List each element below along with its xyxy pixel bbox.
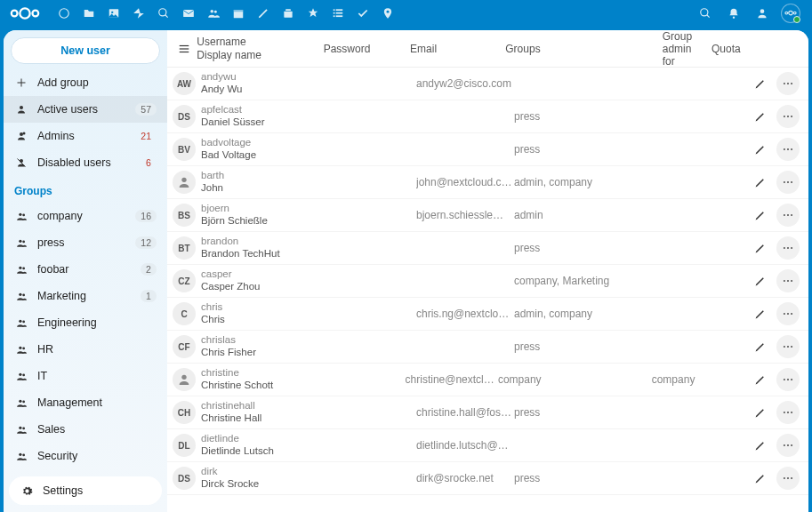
more-button[interactable] xyxy=(776,434,800,457)
sidebar-group-marketing[interactable]: Marketing 1 xyxy=(4,283,167,309)
table-row: BV badvoltageBad Voltage press xyxy=(167,133,808,166)
svg-point-57 xyxy=(784,83,785,84)
sidebar-group-it[interactable]: IT xyxy=(4,363,167,389)
displayname: Björn Schießle xyxy=(201,215,327,228)
sidebar-group-engineering[interactable]: Engineering xyxy=(4,309,167,336)
username: dietlinde xyxy=(201,433,327,445)
edit-button[interactable] xyxy=(748,105,771,128)
search-icon[interactable] xyxy=(693,0,718,27)
displayname: Brandon TechHut xyxy=(201,248,327,260)
displayname: John xyxy=(201,182,327,195)
groups: company, Marketing xyxy=(514,275,639,287)
search-app-icon[interactable] xyxy=(151,0,176,27)
more-button[interactable] xyxy=(776,171,800,194)
add-group-button[interactable]: Add group xyxy=(4,69,167,96)
more-button[interactable] xyxy=(776,302,800,325)
svg-point-53 xyxy=(22,453,25,456)
sidebar-group-press[interactable]: press 12 xyxy=(4,229,167,256)
email: dirk@srocke.net xyxy=(416,472,514,484)
username: barth xyxy=(201,170,327,182)
photos-icon[interactable] xyxy=(101,0,126,27)
sidebar-group-security[interactable]: Security xyxy=(4,443,167,469)
deck-icon[interactable] xyxy=(276,0,301,27)
avatar: DL xyxy=(173,434,196,457)
bookmarks-icon[interactable] xyxy=(301,0,326,27)
more-button[interactable] xyxy=(776,467,800,490)
more-button[interactable] xyxy=(776,335,800,358)
header-displayname: Display name xyxy=(197,49,323,62)
sidebar-item-active-users[interactable]: Active users 57 xyxy=(4,96,167,123)
sidebar-group-management[interactable]: Management xyxy=(4,389,167,416)
more-button[interactable] xyxy=(776,204,800,227)
tasks-list-icon[interactable] xyxy=(326,0,350,27)
notes-icon[interactable] xyxy=(251,0,276,27)
table-row: DS dirkDirck Srocke dirk@srocke.net pres… xyxy=(167,462,808,495)
sidebar-group-company[interactable]: company 16 xyxy=(4,203,167,229)
svg-point-70 xyxy=(784,214,785,216)
edit-button[interactable] xyxy=(748,204,771,227)
user-menu[interactable] xyxy=(778,0,803,27)
notifications-icon[interactable] xyxy=(721,0,746,27)
svg-point-81 xyxy=(791,313,792,315)
edit-button[interactable] xyxy=(748,434,771,457)
dashboard-icon[interactable] xyxy=(52,0,76,27)
activity-icon[interactable] xyxy=(126,0,151,27)
more-button[interactable] xyxy=(776,401,800,424)
files-icon[interactable] xyxy=(76,0,101,27)
more-button[interactable] xyxy=(776,138,800,161)
svg-point-30 xyxy=(20,132,23,136)
groups: admin, company xyxy=(514,308,639,320)
svg-point-39 xyxy=(22,267,25,269)
edit-button[interactable] xyxy=(748,236,771,260)
svg-point-66 xyxy=(181,178,186,182)
svg-point-34 xyxy=(19,212,21,215)
new-user-button[interactable]: New user xyxy=(11,37,160,64)
contacts-icon[interactable] xyxy=(201,0,226,27)
more-button[interactable] xyxy=(776,105,800,128)
sidebar-group-foobar[interactable]: foobar 2 xyxy=(4,256,167,283)
tasks-icon[interactable] xyxy=(350,0,375,27)
svg-point-91 xyxy=(791,412,792,413)
user-icon xyxy=(14,104,28,115)
svg-point-44 xyxy=(19,346,21,348)
nextcloud-logo[interactable] xyxy=(9,5,41,21)
more-button[interactable] xyxy=(776,368,800,391)
email: bjoern.schiessle@next… xyxy=(416,209,514,221)
email: andyw2@cisco.com xyxy=(416,77,514,90)
calendar-icon[interactable] xyxy=(226,0,251,27)
more-button[interactable] xyxy=(776,236,800,260)
table-menu-button[interactable] xyxy=(173,43,195,55)
edit-button[interactable] xyxy=(748,269,771,292)
edit-button[interactable] xyxy=(748,138,771,161)
edit-button[interactable] xyxy=(748,467,771,490)
username: badvoltage xyxy=(201,137,327,149)
sidebar-item-admins[interactable]: Admins 21 xyxy=(4,123,167,149)
svg-point-73 xyxy=(784,247,785,249)
group-icon xyxy=(14,424,28,436)
edit-button[interactable] xyxy=(748,302,771,325)
svg-point-5 xyxy=(111,12,113,13)
mail-icon[interactable] xyxy=(176,0,201,27)
edit-button[interactable] xyxy=(748,335,771,358)
svg-point-67 xyxy=(784,181,785,183)
disabled-user-icon xyxy=(14,157,28,168)
sidebar-group-hr[interactable]: HR xyxy=(4,336,167,363)
sidebar-group-sales[interactable]: Sales xyxy=(4,416,167,443)
svg-point-21 xyxy=(387,11,390,13)
sidebar-item-settings[interactable]: Settings xyxy=(9,476,162,505)
gear-icon xyxy=(20,485,34,497)
edit-button[interactable] xyxy=(748,72,771,95)
svg-rect-15 xyxy=(334,9,335,11)
edit-button[interactable] xyxy=(748,401,771,424)
edit-button[interactable] xyxy=(748,171,771,194)
edit-button[interactable] xyxy=(748,368,771,391)
status-online-icon xyxy=(793,16,800,23)
more-button[interactable] xyxy=(776,269,800,292)
more-button[interactable] xyxy=(776,72,800,95)
maps-icon[interactable] xyxy=(375,0,400,27)
email: john@nextcloud.com xyxy=(416,176,514,188)
contacts-menu-icon[interactable] xyxy=(750,0,775,27)
svg-point-6 xyxy=(159,9,166,16)
sidebar-item-disabled-users[interactable]: Disabled users 6 xyxy=(4,149,167,176)
header-email: Email xyxy=(410,43,505,55)
